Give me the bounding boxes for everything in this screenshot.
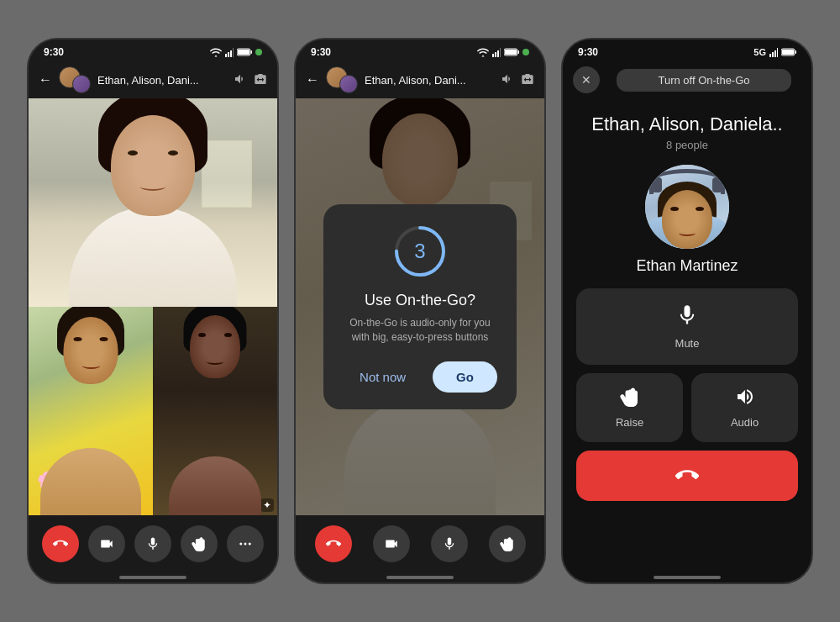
status-area-3: 9:30 5G	[563, 40, 811, 60]
group-avatar-1	[59, 66, 91, 93]
phone-2: 9:30 ← Et	[294, 38, 546, 584]
video-cell-2: 🌸 🌼	[29, 307, 153, 515]
avatar-2b	[339, 75, 358, 93]
action-row-3: Raise Audio	[576, 373, 798, 442]
sound-icon-2[interactable]	[501, 72, 514, 88]
otg-toggle-bar[interactable]: Turn off On-the-Go	[617, 69, 791, 92]
home-indicator-2	[386, 576, 454, 579]
back-button-1[interactable]: ←	[39, 72, 52, 87]
countdown-ring: 3	[393, 224, 447, 278]
dialog-buttons: Not now Go	[340, 361, 500, 393]
countdown-number: 3	[393, 224, 447, 278]
mute-button-3[interactable]: Mute	[576, 288, 798, 365]
caller-avatar-3	[645, 165, 729, 249]
end-call-button-3[interactable]	[576, 451, 798, 501]
dialog-desc: On-the-Go is audio-only for you with big…	[340, 316, 500, 345]
otg-dialog: 3 Use On-the-Go? On-the-Go is audio-only…	[323, 204, 517, 409]
sound-icon-1[interactable]	[234, 72, 247, 88]
hand-raise-button-2[interactable]	[489, 525, 526, 562]
mute-button-2[interactable]	[431, 525, 468, 562]
dialog-title: Use On-the-Go?	[340, 292, 500, 309]
headphone-right	[712, 177, 722, 192]
phone-3: 9:30 5G ✕ Turn off On-t	[561, 38, 813, 584]
call-header-2[interactable]: ← Ethan, Alison, Dani...	[296, 61, 544, 98]
face-decoration	[111, 115, 195, 216]
signal-icon-2	[492, 48, 501, 57]
caller-name-3: Ethan Martinez	[636, 257, 738, 275]
video-cell-large	[29, 98, 277, 307]
notch-3	[668, 46, 685, 58]
flip-camera-icon-2[interactable]	[521, 72, 534, 88]
camera-button-2[interactable]	[373, 525, 410, 562]
svg-point-7	[240, 543, 243, 546]
eye-left	[128, 150, 138, 156]
svg-rect-3	[233, 48, 234, 57]
body-3	[169, 456, 261, 515]
svg-point-9	[249, 543, 251, 546]
battery-icon-2	[504, 48, 519, 56]
back-button-2[interactable]: ←	[306, 72, 319, 87]
raise-icon-3	[620, 387, 640, 411]
svg-rect-12	[497, 50, 499, 57]
status-time-1: 9:30	[44, 46, 64, 58]
video-cell-3: ✦	[153, 307, 277, 515]
mute-button-1[interactable]	[134, 525, 171, 562]
audio-label-3: Audio	[731, 416, 759, 429]
camera-button-1[interactable]	[88, 525, 125, 562]
svg-rect-22	[777, 48, 778, 57]
status-time-3: 9:30	[578, 46, 598, 58]
audio-button-3[interactable]: Audio	[691, 373, 798, 442]
go-button[interactable]: Go	[433, 361, 497, 393]
headphone-left	[652, 177, 662, 192]
body-decoration	[69, 206, 237, 307]
svg-point-8	[244, 543, 247, 546]
mute-icon-3	[675, 303, 699, 332]
effects-badge: ✦	[260, 498, 274, 512]
battery-icon-3	[781, 48, 796, 56]
status-icons-1	[210, 48, 262, 57]
end-call-button-1[interactable]	[42, 525, 79, 562]
close-otg-button[interactable]: ✕	[573, 66, 600, 93]
status-bar-3: 9:30 5G	[563, 43, 811, 60]
wifi-icon-2	[477, 48, 489, 57]
dialog-overlay: 3 Use On-the-Go? On-the-Go is audio-only…	[296, 98, 544, 515]
group-name-1: Ethan, Alison, Dani...	[97, 74, 227, 87]
ethan-eye-l	[670, 207, 679, 211]
people-count-3: 8 people	[666, 139, 708, 151]
face-2	[64, 317, 118, 384]
smile	[140, 182, 165, 191]
eye-2r	[100, 337, 108, 341]
eye-right	[168, 150, 178, 156]
call-header-1[interactable]: ← Ethan, Alison, Dani...	[29, 61, 277, 98]
svg-rect-19	[769, 54, 771, 57]
end-call-icon-3	[675, 464, 699, 488]
home-indicator-3	[654, 576, 721, 579]
group-name-2: Ethan, Alison, Dani...	[365, 74, 494, 87]
wifi-icon	[210, 48, 222, 57]
action-buttons-3: Mute Raise	[576, 288, 798, 501]
eye-3l	[198, 333, 206, 337]
raise-label-3: Raise	[616, 416, 643, 429]
body-2	[40, 448, 141, 515]
status-time-2: 9:30	[311, 46, 331, 58]
svg-rect-11	[495, 52, 496, 57]
active-dot-2	[522, 49, 529, 55]
call-toolbar-2	[296, 515, 544, 572]
end-call-button-2[interactable]	[315, 525, 352, 562]
ethan-eye-r	[696, 207, 704, 211]
status-icons-2	[477, 48, 529, 57]
signal-icon-3	[769, 48, 778, 57]
face-3	[190, 315, 240, 378]
call-toolbar-1	[29, 515, 277, 572]
more-options-button-1[interactable]	[227, 525, 264, 562]
otg-header-bar: ✕ Turn off On-the-Go	[563, 60, 811, 100]
eye-3r	[224, 333, 232, 337]
not-now-button[interactable]: Not now	[343, 361, 423, 393]
flip-camera-icon-1[interactable]	[254, 72, 267, 88]
window-decoration	[202, 140, 252, 208]
network-type-3: 5G	[753, 47, 766, 57]
raise-button-3[interactable]: Raise	[576, 373, 683, 442]
signal-icon-1	[225, 48, 234, 57]
status-bar-1: 9:30	[29, 40, 277, 61]
hand-raise-button-1[interactable]	[181, 525, 218, 562]
